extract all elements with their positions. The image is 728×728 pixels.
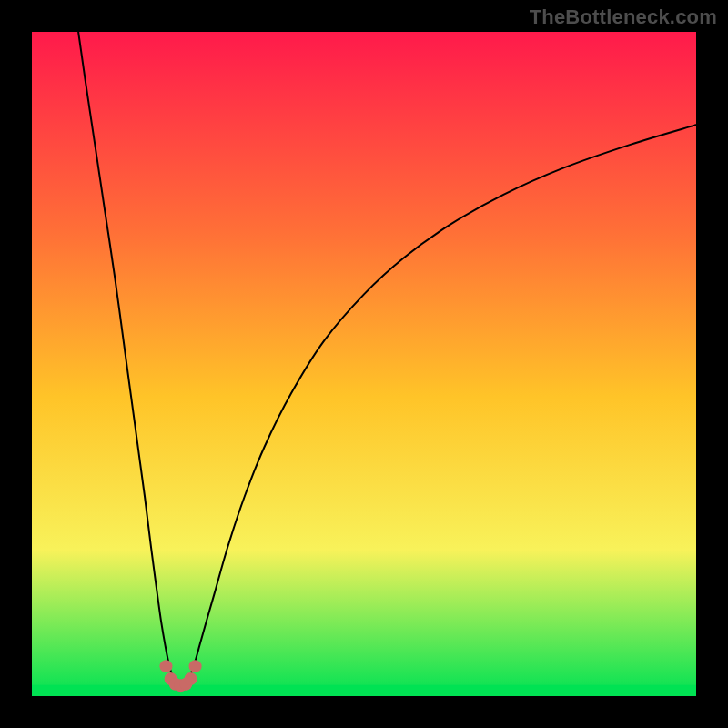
plot-area (32, 32, 696, 696)
trough-marker (189, 660, 202, 672)
gradient-background (32, 32, 696, 696)
chart-svg (32, 32, 696, 696)
trough-marker (184, 672, 197, 685)
watermark-text: TheBottleneck.com (530, 5, 717, 29)
chart-frame: TheBottleneck.com (0, 0, 728, 728)
baseline-band (32, 685, 696, 694)
trough-marker (159, 660, 172, 672)
